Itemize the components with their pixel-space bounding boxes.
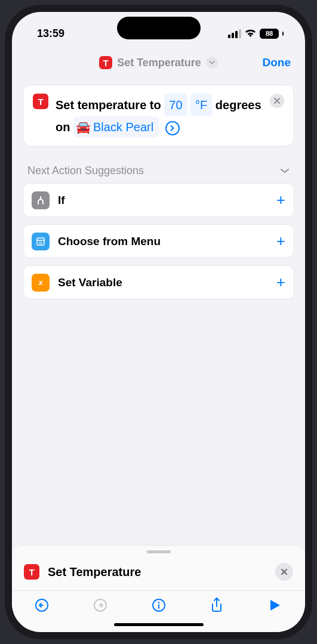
play-button[interactable] — [266, 596, 285, 615]
undo-icon — [34, 597, 50, 613]
suggestion-label: If — [58, 194, 268, 207]
redo-icon — [93, 597, 108, 613]
collapse-suggestions-button[interactable] — [280, 168, 290, 174]
chevron-right-icon — [170, 125, 174, 131]
battery-icon: 88 — [260, 29, 279, 39]
bottom-panel: T Set Temperature — [12, 545, 305, 632]
home-indicator[interactable] — [114, 623, 204, 626]
suggestion-label: Choose from Menu — [58, 235, 268, 248]
signal-icon — [228, 29, 241, 38]
chevron-down-icon — [280, 168, 290, 174]
close-icon — [281, 568, 288, 575]
info-button[interactable] — [149, 596, 168, 615]
menu-icon — [32, 233, 50, 250]
car-pill[interactable]: 🚘 Black Pearl — [73, 116, 159, 138]
variable-icon: x — [32, 274, 50, 292]
share-icon — [210, 597, 223, 614]
phone-frame: 13:59 88 T Set Temperature Done — [5, 5, 312, 639]
suggestion-if[interactable]: If + — [23, 183, 294, 217]
disclosure-button[interactable] — [165, 121, 180, 135]
content-area: T Set temperature to 70 °F degrees on 🚘 … — [12, 78, 305, 545]
delete-action-button[interactable] — [270, 94, 284, 108]
toolbar — [12, 590, 305, 620]
nav-bar: T Set Temperature Done — [12, 48, 305, 78]
add-suggestion-button[interactable]: + — [276, 232, 285, 250]
close-panel-button[interactable] — [275, 563, 293, 581]
nav-title: Set Temperature — [117, 57, 201, 69]
svg-text:x: x — [38, 278, 44, 287]
status-time: 13:59 — [37, 27, 64, 40]
info-icon — [151, 597, 167, 613]
suggestion-label: Set Variable — [58, 276, 268, 289]
undo-button[interactable] — [32, 596, 51, 615]
chevron-down-icon — [209, 61, 215, 64]
suggestions-header: Next Action Suggestions — [27, 165, 144, 177]
suggestion-choose-menu[interactable]: Choose from Menu + — [23, 224, 294, 258]
wifi-icon — [245, 29, 256, 38]
temperature-unit-pill[interactable]: °F — [190, 94, 212, 116]
redo-button[interactable] — [91, 596, 110, 615]
panel-title: Set Temperature — [48, 565, 267, 579]
add-suggestion-button[interactable]: + — [276, 273, 285, 292]
close-icon — [274, 98, 280, 104]
tesla-icon: T — [33, 94, 48, 109]
drag-grabber[interactable] — [147, 550, 171, 553]
add-suggestion-button[interactable]: + — [276, 191, 285, 209]
title-dropdown-button[interactable] — [206, 57, 218, 69]
action-card[interactable]: T Set temperature to 70 °F degrees on 🚘 … — [23, 85, 294, 147]
play-icon — [269, 599, 281, 612]
car-icon: 🚘 — [76, 117, 91, 137]
tesla-icon: T — [24, 564, 39, 580]
action-description: Set temperature to 70 °F degrees on 🚘 Bl… — [56, 94, 263, 138]
if-icon — [32, 191, 50, 209]
done-button[interactable]: Done — [263, 56, 291, 69]
svg-rect-0 — [37, 238, 44, 245]
svg-point-8 — [158, 602, 159, 603]
temperature-value-pill[interactable]: 70 — [164, 94, 187, 116]
share-button[interactable] — [207, 596, 226, 615]
notch — [117, 17, 201, 39]
suggestion-set-variable[interactable]: x Set Variable + — [23, 265, 294, 299]
tesla-icon: T — [99, 56, 112, 69]
